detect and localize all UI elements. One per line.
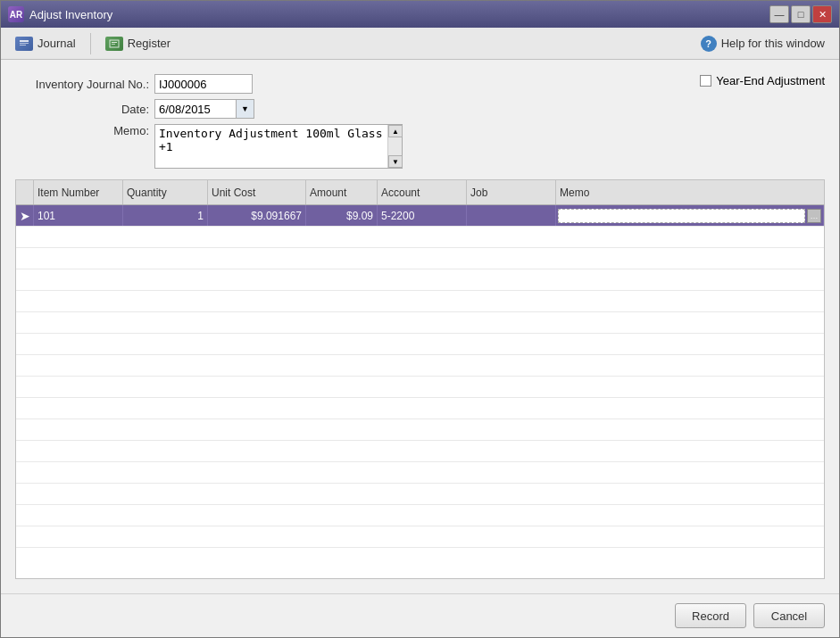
memo-cell-input[interactable] <box>558 209 805 223</box>
table-row-empty-4 <box>16 291 824 312</box>
svg-rect-0 <box>20 40 29 42</box>
memo-textarea[interactable]: Inventory Adjustment 100ml Glass +1 <box>155 125 387 168</box>
cell-account: 5-2200 <box>378 205 467 226</box>
table-row-empty-10 <box>16 419 824 441</box>
date-input-wrapper: ▼ <box>154 99 254 119</box>
record-button[interactable]: Record <box>675 603 746 628</box>
bottom-bar: Record Cancel <box>1 593 839 637</box>
col-indicator-header <box>16 180 34 204</box>
table-row-empty-12 <box>16 462 824 484</box>
cancel-button[interactable]: Cancel <box>753 603 825 628</box>
col-account-header: Account <box>378 180 467 204</box>
row-indicator: ➤ <box>16 205 34 226</box>
minimize-button[interactable]: — <box>769 5 789 23</box>
content-area: Inventory Journal No.: Date: ▼ Memo: Inv… <box>1 60 839 593</box>
date-input[interactable] <box>155 101 236 118</box>
toolbar-left: Journal Register <box>8 33 178 54</box>
year-end-adjustment: Year-End Adjustment <box>700 74 825 87</box>
table-row-empty-3 <box>16 269 824 291</box>
date-picker-button[interactable]: ▼ <box>236 100 254 118</box>
table-row-empty-5 <box>16 312 824 334</box>
help-icon: ? <box>701 36 717 52</box>
memo-label: Memo: <box>15 124 149 137</box>
close-button[interactable]: ✕ <box>812 5 832 23</box>
title-controls: — □ ✕ <box>769 5 832 23</box>
toolbar-separator <box>90 33 91 54</box>
journal-no-input[interactable] <box>154 74 253 94</box>
svg-rect-5 <box>112 44 115 45</box>
table-area: Item Number Quantity Unit Cost Amount Ac… <box>15 179 825 579</box>
cell-unit-cost: $9.091667 <box>208 205 306 226</box>
cell-item-number: 101 <box>34 205 123 226</box>
journal-icon <box>15 37 33 51</box>
table-row-empty-1 <box>16 227 824 248</box>
memo-scroll-up[interactable]: ▲ <box>388 125 403 137</box>
table-row-empty-2 <box>16 248 824 269</box>
table-row-empty-8 <box>16 377 824 398</box>
register-label: Register <box>128 37 170 50</box>
journal-no-label: Inventory Journal No.: <box>15 78 149 91</box>
date-label: Date: <box>15 103 149 116</box>
toolbar: Journal Register ? Help for this window <box>1 28 839 60</box>
table-row-empty-7 <box>16 355 824 377</box>
date-row: Date: ▼ <box>15 99 403 119</box>
register-icon <box>105 37 123 51</box>
svg-rect-4 <box>112 42 117 43</box>
memo-row: Memo: Inventory Adjustment 100ml Glass +… <box>15 124 403 169</box>
help-label: Help for this window <box>721 37 825 50</box>
cell-amount: $9.09 <box>306 205 378 226</box>
cell-memo: … <box>556 205 824 226</box>
journal-button[interactable]: Journal <box>8 34 83 54</box>
memo-cell-inner: … <box>556 209 823 223</box>
title-bar: AR Adjust Inventory — □ ✕ <box>1 1 839 28</box>
svg-rect-1 <box>20 43 29 44</box>
cell-job <box>467 205 556 226</box>
help-button[interactable]: ? Help for this window <box>694 33 832 54</box>
cell-quantity: 1 <box>123 205 208 226</box>
journal-no-row: Inventory Journal No.: <box>15 74 403 94</box>
memo-scroll-down[interactable]: ▼ <box>388 155 403 168</box>
table-row-empty-9 <box>16 398 824 419</box>
col-job-header: Job <box>467 180 556 204</box>
maximize-button[interactable]: □ <box>791 5 811 23</box>
table-row-empty-11 <box>16 441 824 462</box>
window-title: Adjust Inventory <box>29 8 112 21</box>
memo-scrollbar: ▲ ▼ <box>387 125 402 168</box>
main-window: AR Adjust Inventory — □ ✕ Journal <box>0 0 840 638</box>
col-item-number-header: Item Number <box>34 180 123 204</box>
table-row-empty-14 <box>16 505 824 526</box>
form-fields: Inventory Journal No.: Date: ▼ Memo: Inv… <box>15 74 403 169</box>
title-bar-left: AR Adjust Inventory <box>8 6 112 22</box>
memo-wrapper: Inventory Adjustment 100ml Glass +1 ▲ ▼ <box>154 124 403 169</box>
col-unit-cost-header: Unit Cost <box>208 180 306 204</box>
table-row-empty-15 <box>16 526 824 548</box>
col-memo-header: Memo <box>556 180 824 204</box>
row-arrow-icon: ➤ <box>20 209 30 223</box>
table-row[interactable]: ➤ 101 1 $9.091667 $9.09 5-2200 <box>16 205 824 227</box>
col-quantity-header: Quantity <box>123 180 208 204</box>
year-end-checkbox[interactable] <box>700 75 711 87</box>
table-row-empty-6 <box>16 334 824 355</box>
app-icon: AR <box>8 6 24 22</box>
table-header: Item Number Quantity Unit Cost Amount Ac… <box>16 180 824 205</box>
journal-label: Journal <box>37 37 76 50</box>
year-end-label: Year-End Adjustment <box>716 74 825 87</box>
memo-cell-button[interactable]: … <box>807 209 821 223</box>
form-area: Inventory Journal No.: Date: ▼ Memo: Inv… <box>15 74 825 169</box>
col-amount-header: Amount <box>306 180 378 204</box>
table-row-empty-13 <box>16 484 824 505</box>
svg-rect-2 <box>20 45 26 46</box>
register-button[interactable]: Register <box>98 34 178 54</box>
table-body: ➤ 101 1 $9.091667 $9.09 5-2200 <box>16 205 824 578</box>
